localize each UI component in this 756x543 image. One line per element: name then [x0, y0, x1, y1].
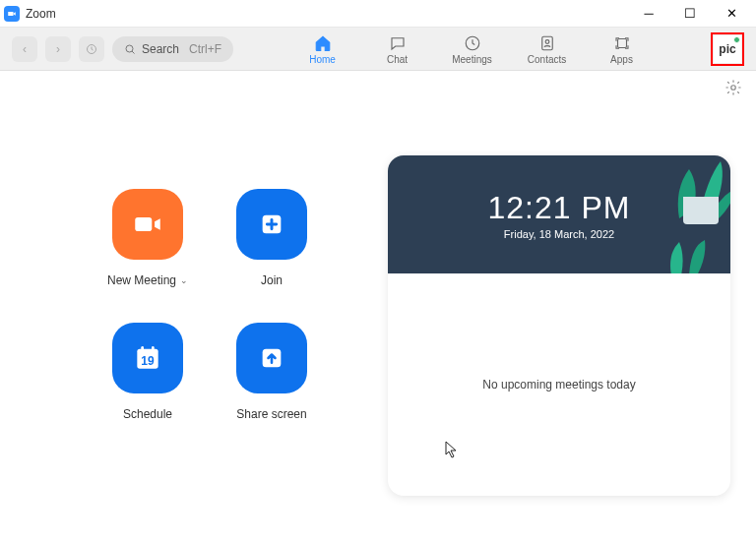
action-label-text: Share screen [236, 407, 306, 421]
minimize-button[interactable]: ─ [628, 0, 669, 28]
share-icon [236, 323, 307, 393]
apps-icon [613, 34, 631, 52]
panel-body: No upcoming meetings today [388, 273, 730, 496]
search-label: Search [142, 42, 179, 56]
main-area: New Meeting ⌄ Join 19 Schedule Share scr… [0, 71, 756, 543]
plant-decoration-icon [662, 236, 721, 273]
svg-point-1 [126, 45, 133, 52]
pot-decoration-icon [683, 197, 719, 224]
toolbar: ‹ › Search Ctrl+F Home Chat Meetings Con… [0, 28, 756, 71]
title-bar: Zoom ─ ☐ ✕ [0, 0, 756, 28]
search-shortcut: Ctrl+F [189, 42, 221, 56]
tab-label: Chat [387, 54, 408, 65]
share-screen-button[interactable]: Share screen [213, 323, 331, 421]
window-controls: ─ ☐ ✕ [628, 0, 752, 28]
video-icon [112, 189, 183, 260]
zoom-logo-icon [4, 6, 20, 22]
svg-rect-12 [141, 346, 144, 351]
close-button[interactable]: ✕ [711, 0, 752, 28]
contacts-icon [538, 34, 556, 52]
tab-label: Home [309, 54, 336, 65]
action-label-text: Join [261, 273, 283, 287]
forward-button[interactable]: › [45, 36, 71, 62]
search-input[interactable]: Search Ctrl+F [112, 36, 233, 62]
chat-icon [389, 34, 407, 52]
clock-date: Friday, 18 March, 2022 [504, 228, 614, 240]
plus-icon [236, 189, 307, 260]
schedule-button[interactable]: 19 Schedule [89, 323, 207, 421]
action-label-text: New Meeting [107, 273, 176, 287]
profile-avatar-highlight: pic [711, 32, 744, 66]
new-meeting-button[interactable]: New Meeting ⌄ [89, 189, 207, 287]
chevron-down-icon: ⌄ [180, 275, 188, 285]
history-button[interactable] [79, 36, 104, 62]
svg-rect-5 [617, 39, 626, 48]
svg-point-4 [545, 40, 549, 44]
tab-label: Contacts [528, 54, 566, 65]
calendar-icon: 19 [112, 323, 183, 393]
profile-avatar[interactable]: pic [714, 35, 741, 63]
clock-time: 12:21 PM [488, 190, 631, 226]
window-title: Zoom [26, 7, 628, 21]
svg-rect-13 [152, 346, 155, 351]
no-meetings-text: No upcoming meetings today [482, 378, 635, 392]
svg-text:19: 19 [141, 354, 155, 368]
action-grid: New Meeting ⌄ Join 19 Schedule Share scr… [89, 189, 331, 523]
maximize-button[interactable]: ☐ [669, 0, 711, 28]
panel-header: 12:21 PM Friday, 18 March, 2022 [388, 155, 730, 273]
meetings-icon [464, 34, 481, 52]
calendar-panel: 12:21 PM Friday, 18 March, 2022 No upcom… [388, 155, 730, 496]
home-icon [314, 34, 332, 52]
tab-bar: Home Chat Meetings Contacts Apps [241, 32, 703, 65]
action-label-text: Schedule [123, 407, 172, 421]
tab-home[interactable]: Home [297, 32, 348, 65]
tab-contacts[interactable]: Contacts [522, 32, 573, 65]
tab-label: Meetings [452, 54, 492, 65]
svg-rect-7 [135, 217, 152, 231]
status-indicator-icon [733, 36, 740, 43]
tab-apps[interactable]: Apps [597, 32, 648, 65]
cursor-icon [445, 441, 459, 462]
back-button[interactable]: ‹ [12, 36, 37, 62]
avatar-text: pic [719, 42, 735, 56]
tab-label: Apps [610, 54, 633, 65]
join-button[interactable]: Join [213, 189, 331, 287]
tab-meetings[interactable]: Meetings [447, 32, 498, 65]
search-icon [124, 43, 136, 55]
tab-chat[interactable]: Chat [372, 32, 423, 65]
